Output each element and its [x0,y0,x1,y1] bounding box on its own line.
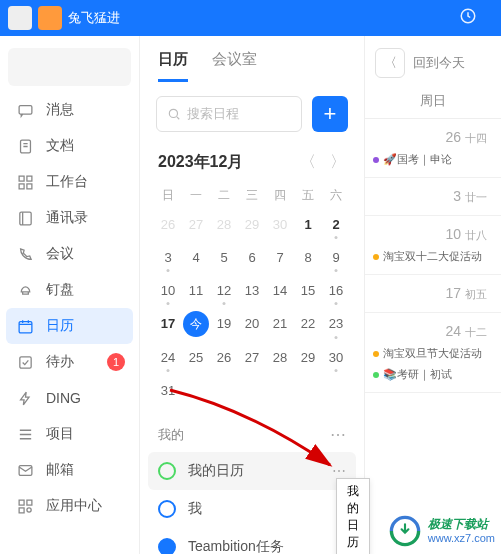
my-calendar-item[interactable]: Teambition任务 [140,528,364,554]
item-more-button[interactable]: ⋯ [332,463,346,479]
event-item[interactable]: 淘宝双旦节大促活动 [373,346,493,361]
sidebar-item-11[interactable]: 应用中心 [0,488,139,524]
day-number: 3廿一 [373,188,493,205]
day-number: 17初五 [373,285,493,302]
sidebar-item-7[interactable]: 待办1 [0,344,139,380]
tab-meeting-room[interactable]: 会议室 [212,50,257,82]
history-icon[interactable] [459,7,477,29]
avatar-rabbit[interactable] [38,6,62,30]
tab-calendar[interactable]: 日历 [158,50,188,82]
add-schedule-button[interactable]: + [312,96,348,132]
day-block[interactable]: 17初五 [365,275,501,313]
sidebar-icon [16,137,34,155]
day-block[interactable]: 10廿八淘宝双十二大促活动 [365,216,501,275]
day-number: 24十二 [373,323,493,340]
calendar-day[interactable]: 9 [322,241,350,274]
calendar-day [294,374,322,407]
event-text: 淘宝双旦节大促活动 [383,346,482,361]
sidebar-item-2[interactable]: 工作台 [0,164,139,200]
calendar-day[interactable]: 27 [182,208,210,241]
calendar-day[interactable]: 16 [322,274,350,307]
calendar-day[interactable]: 12 [210,274,238,307]
calendar-day[interactable]: 3 [154,241,182,274]
weekday-label: 五 [294,183,322,208]
sidebar-item-8[interactable]: DING [0,380,139,416]
sidebar-item-label: 消息 [46,101,74,119]
day-block[interactable]: 3廿一 [365,178,501,216]
back-to-today-button[interactable]: 回到今天 [413,54,465,72]
sidebar-item-3[interactable]: 通讯录 [0,200,139,236]
calendar-day[interactable]: 5 [210,241,238,274]
calendar-day[interactable]: 29 [238,208,266,241]
calendar-day[interactable]: 21 [266,307,294,341]
weekday-header: 周日 [365,92,501,119]
calendar-day[interactable]: 19 [210,307,238,341]
calendar-day[interactable]: 8 [294,241,322,274]
sidebar-item-label: 待办 [46,353,74,371]
calendar-day[interactable]: 20 [238,307,266,341]
calendar-day[interactable]: 23 [322,307,350,341]
weekday-label: 六 [322,183,350,208]
event-item[interactable]: 📚考研｜初试 [373,367,493,382]
calendar-day[interactable]: 24 [154,341,182,374]
day-block[interactable]: 24十二淘宝双旦节大促活动📚考研｜初试 [365,313,501,393]
sidebar-item-4[interactable]: 会议 [0,236,139,272]
sidebar-item-1[interactable]: 文档 [0,128,139,164]
calendar-day [266,374,294,407]
calendar-day[interactable]: 11 [182,274,210,307]
calendar-day[interactable]: 26 [210,341,238,374]
calendar-day[interactable]: 28 [210,208,238,241]
calendar-day[interactable]: 6 [238,241,266,274]
calendar-day[interactable]: 2 [322,208,350,241]
event-item[interactable]: 淘宝双十二大促活动 [373,249,493,264]
calendar-day[interactable]: 15 [294,274,322,307]
calendar-day[interactable]: 今 [183,311,209,337]
calendar-day[interactable]: 13 [238,274,266,307]
calendar-day[interactable]: 29 [294,341,322,374]
sidebar-item-10[interactable]: 邮箱 [0,452,139,488]
calendar-day[interactable]: 25 [182,341,210,374]
calendar-day[interactable]: 10 [154,274,182,307]
month-label: 2023年12月 [158,152,243,173]
my-calendars-label: 我的 [158,426,184,444]
my-calendar-item[interactable]: 我的日历⋯ [148,452,356,490]
watermark-text-2: www.xz7.com [428,532,495,545]
day-number: 26十四 [373,129,493,146]
sidebar-item-0[interactable]: 消息 [0,92,139,128]
calendar-day[interactable]: 30 [322,341,350,374]
svg-rect-3 [19,176,24,181]
avatar-user[interactable] [8,6,32,30]
next-month-button[interactable]: 〉 [330,152,346,173]
calendar-day[interactable]: 26 [154,208,182,241]
workspace-name: 兔飞猛进 [68,9,120,27]
sidebar-item-label: 会议 [46,245,74,263]
sidebar-item-label: 工作台 [46,173,88,191]
weekday-label: 二 [210,183,238,208]
day-block[interactable]: 26十四🚀国考｜申论 [365,119,501,178]
calendar-day[interactable]: 14 [266,274,294,307]
event-dot-icon [373,351,379,357]
sidebar-item-6[interactable]: 日历 [6,308,133,344]
calendar-day[interactable]: 17 [154,307,182,341]
calendar-day[interactable]: 1 [294,208,322,241]
calendar-day[interactable]: 22 [294,307,322,341]
prev-week-button[interactable]: 〈 [375,48,405,78]
my-calendar-item[interactable]: 我 [140,490,364,528]
prev-month-button[interactable]: 〈 [300,152,316,173]
sidebar-icon [16,209,34,227]
day-number: 10廿八 [373,226,493,243]
calendar-day[interactable]: 28 [266,341,294,374]
calendar-day[interactable]: 4 [182,241,210,274]
calendar-day[interactable]: 7 [266,241,294,274]
sidebar-item-5[interactable]: 钉盘 [0,272,139,308]
search-input[interactable]: 搜索日程 [156,96,302,132]
calendar-day[interactable]: 31 [154,374,182,407]
sidebar-icon [16,497,34,515]
calendar-day[interactable]: 27 [238,341,266,374]
event-item[interactable]: 🚀国考｜申论 [373,152,493,167]
sidebar-icon [16,353,34,371]
event-text: 📚考研｜初试 [383,367,452,382]
my-calendars-more-button[interactable]: ⋯ [330,425,346,444]
sidebar-item-9[interactable]: 项目 [0,416,139,452]
calendar-day[interactable]: 30 [266,208,294,241]
